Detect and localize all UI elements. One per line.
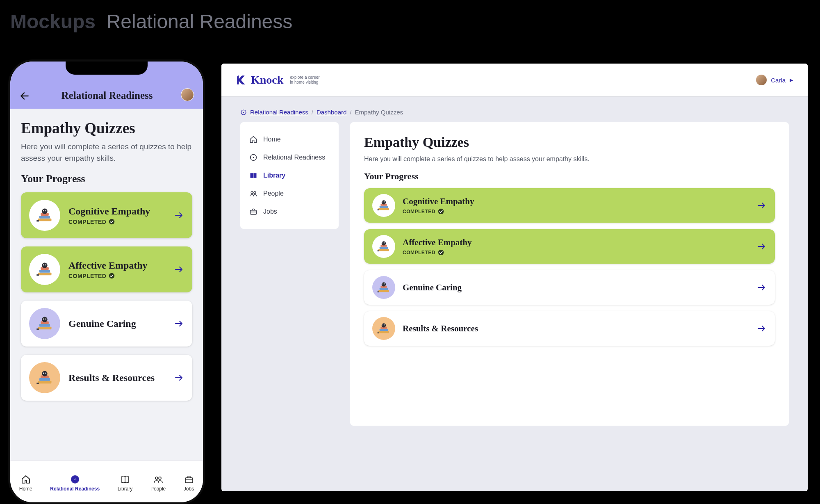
sidebar-item-label: Jobs — [263, 208, 277, 215]
books-character-icon — [35, 368, 54, 387]
sidebar-item-label: Library — [263, 172, 285, 179]
quiz-title: Affective Empathy — [68, 260, 148, 271]
user-menu[interactable]: Carla ▶ — [756, 75, 793, 85]
mobile-tabbar: Home Relational Readiness Library People… — [10, 461, 203, 502]
sidebar-item-label: Relational Readiness — [263, 154, 325, 161]
sidebar: Home Relational Readiness Library People… — [240, 122, 339, 229]
check-badge-icon — [109, 273, 115, 279]
arrow-right-icon — [174, 373, 184, 383]
books-character-icon — [376, 198, 391, 213]
user-name: Carla — [771, 77, 786, 84]
topbar: Knock explore a career in home visiting … — [221, 64, 808, 96]
tab-people[interactable]: People — [150, 474, 166, 492]
arrow-right-icon — [757, 201, 767, 210]
quiz-card[interactable]: Affective Empathy COMPLETED — [21, 246, 192, 292]
compass-icon — [70, 474, 80, 484]
quiz-title: Genuine Caring — [403, 283, 462, 293]
arrow-right-icon — [174, 210, 184, 220]
compass-icon — [240, 109, 247, 116]
desktop-mockup: Knock explore a career in home visiting … — [221, 64, 808, 491]
quiz-illustration — [29, 200, 60, 231]
people-icon — [153, 474, 163, 484]
home-icon — [21, 474, 31, 484]
page-title: Empathy Quizzes — [364, 135, 775, 150]
quiz-title: Results & Resources — [68, 372, 155, 383]
caret-right-icon: ▶ — [790, 78, 793, 83]
breadcrumb-current: Empathy Quizzes — [355, 109, 403, 116]
sidebar-item-relational readiness[interactable]: Relational Readiness — [240, 148, 339, 166]
people-icon — [249, 189, 257, 198]
quiz-card[interactable]: Genuine Caring — [364, 270, 775, 305]
arrow-right-icon — [757, 324, 767, 333]
briefcase-icon — [184, 474, 194, 484]
quiz-status: COMPLETED — [403, 208, 474, 214]
quiz-status: COMPLETED — [68, 219, 150, 225]
books-character-icon — [376, 239, 391, 254]
quiz-card[interactable]: Affective Empathy COMPLETED — [364, 229, 775, 264]
quiz-illustration — [372, 194, 395, 217]
check-badge-icon — [438, 208, 444, 214]
sidebar-item-label: People — [263, 190, 284, 197]
tab-label: People — [150, 486, 166, 492]
tab-home[interactable]: Home — [19, 474, 32, 492]
phone-notch — [66, 62, 148, 75]
breadcrumb-link[interactable]: Dashboard — [317, 109, 346, 116]
tab-relational readiness[interactable]: Relational Readiness — [50, 474, 100, 492]
tab-label: Relational Readiness — [50, 486, 100, 492]
quiz-status: COMPLETED — [403, 249, 472, 255]
quiz-card[interactable]: Cognitive Empathy COMPLETED — [21, 192, 192, 238]
mobile-mockup: Relational Readiness Empathy Quizzes Her… — [10, 62, 203, 502]
arrow-right-icon — [757, 283, 767, 292]
tab-label: Library — [118, 486, 133, 492]
quiz-card[interactable]: Cognitive Empathy COMPLETED — [364, 188, 775, 223]
main-panel: Empathy Quizzes Here you will complete a… — [350, 122, 789, 426]
quiz-title: Results & Resources — [403, 324, 478, 334]
books-character-icon — [376, 280, 391, 295]
breadcrumb: Relational Readiness / Dashboard / Empat… — [221, 96, 808, 122]
avatar[interactable] — [181, 88, 194, 101]
tab-jobs[interactable]: Jobs — [184, 474, 194, 492]
tab-library[interactable]: Library — [118, 474, 133, 492]
quiz-title: Cognitive Empathy — [68, 206, 150, 217]
arrow-right-icon — [174, 265, 184, 274]
arrow-right-icon — [174, 319, 184, 328]
compass-icon — [249, 153, 257, 162]
quiz-title: Cognitive Empathy — [403, 196, 474, 207]
books-character-icon — [35, 260, 54, 279]
slide-title: Mockups Relational Readiness — [10, 10, 292, 33]
quiz-card[interactable]: Results & Resources — [364, 311, 775, 346]
book-icon — [120, 474, 130, 484]
logo[interactable]: Knock explore a career in home visiting — [236, 73, 320, 87]
back-button[interactable] — [19, 91, 33, 101]
sidebar-item-home[interactable]: Home — [240, 130, 339, 148]
logo-icon — [236, 75, 247, 85]
book-icon — [249, 171, 257, 180]
quiz-card[interactable]: Genuine Caring — [21, 301, 192, 347]
avatar — [756, 75, 767, 85]
mobile-header-title: Relational Readiness — [33, 90, 181, 101]
breadcrumb-link[interactable]: Relational Readiness — [250, 109, 308, 116]
progress-heading: Your Progress — [21, 173, 192, 185]
sidebar-item-library[interactable]: Library — [240, 166, 339, 185]
quiz-illustration — [372, 235, 395, 258]
progress-heading: Your Progress — [364, 171, 775, 182]
quiz-illustration — [29, 308, 60, 339]
briefcase-icon — [249, 208, 257, 216]
sidebar-item-jobs[interactable]: Jobs — [240, 203, 339, 221]
arrow-right-icon — [757, 242, 767, 251]
sidebar-item-label: Home — [263, 136, 281, 143]
quiz-card[interactable]: Results & Resources — [21, 355, 192, 401]
page-description: Here you will complete a series of quizz… — [21, 141, 192, 164]
page-title: Empathy Quizzes — [21, 119, 192, 137]
sidebar-item-people[interactable]: People — [240, 185, 339, 203]
logo-text: Knock — [251, 73, 283, 87]
quiz-status: COMPLETED — [68, 273, 148, 279]
books-character-icon — [376, 321, 391, 336]
mobile-content: Empathy Quizzes Here you will complete a… — [10, 109, 203, 420]
quiz-list-mobile: Cognitive Empathy COMPLETED Affective Em… — [21, 192, 192, 401]
quiz-list-desktop: Cognitive Empathy COMPLETED Affective Em… — [364, 188, 775, 346]
tab-label: Jobs — [184, 486, 194, 492]
check-badge-icon — [109, 219, 115, 225]
check-badge-icon — [438, 249, 444, 255]
tab-label: Home — [19, 486, 32, 492]
